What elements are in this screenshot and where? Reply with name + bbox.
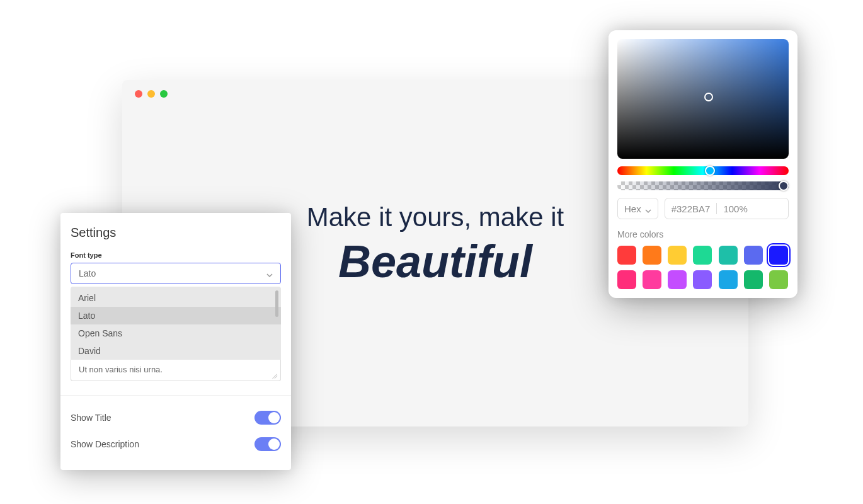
- swatch-red[interactable]: [617, 246, 636, 265]
- show-title-label: Show Title: [71, 413, 111, 423]
- font-type-label: Font type: [71, 251, 281, 259]
- alpha-handle-icon[interactable]: [779, 181, 789, 191]
- minimize-window-icon[interactable]: [147, 90, 155, 98]
- saturation-value-picker[interactable]: [617, 39, 789, 159]
- swatch-blue[interactable]: [769, 246, 788, 265]
- font-select[interactable]: Lato: [71, 263, 281, 284]
- settings-title: Settings: [71, 226, 281, 240]
- swatch-magenta[interactable]: [643, 270, 661, 289]
- font-dropdown-list: Ariel Lato Open Sans David Ut non varius…: [71, 287, 281, 381]
- swatch-teal[interactable]: [719, 246, 738, 265]
- alpha-value: 100%: [723, 203, 747, 214]
- close-window-icon[interactable]: [135, 90, 142, 98]
- hue-slider[interactable]: [617, 166, 789, 175]
- color-picker-panel: Hex #322BA7 100% More colors: [609, 30, 797, 298]
- hero-emphasis: Beautiful: [338, 236, 532, 287]
- settings-panel: Settings Font type Lato Ariel Lato Open …: [60, 213, 291, 470]
- swatch-orange[interactable]: [643, 246, 661, 265]
- text-input-value: Ut non varius nisi urna.: [79, 365, 163, 374]
- hex-input[interactable]: #322BA7 100%: [665, 198, 789, 219]
- font-option-open-sans[interactable]: Open Sans: [71, 324, 281, 342]
- swatch-pink[interactable]: [617, 270, 636, 289]
- show-description-label: Show Description: [71, 439, 139, 449]
- text-input[interactable]: Ut non varius nisi urna.: [71, 360, 281, 381]
- hue-handle-icon[interactable]: [705, 166, 715, 176]
- swatch-lime[interactable]: [769, 270, 788, 289]
- swatch-indigo[interactable]: [744, 246, 763, 265]
- swatch-emerald[interactable]: [744, 270, 763, 289]
- input-divider: [716, 203, 717, 214]
- show-description-toggle[interactable]: [254, 437, 281, 451]
- font-option-david[interactable]: David: [71, 342, 281, 360]
- hero-emphasis-text: Beautiful: [338, 236, 532, 287]
- font-option-ariel[interactable]: Ariel: [71, 289, 281, 307]
- chevron-down-icon: [645, 205, 651, 212]
- divider: [60, 395, 291, 396]
- font-select-value: Lato: [79, 268, 96, 278]
- show-title-toggle[interactable]: [254, 411, 281, 425]
- chevron-down-icon: [266, 270, 273, 277]
- scrollbar[interactable]: [275, 290, 278, 317]
- hex-value: #322BA7: [672, 203, 711, 214]
- color-swatches: [617, 246, 789, 289]
- color-handle-icon[interactable]: [704, 93, 713, 101]
- more-colors-label: More colors: [617, 229, 789, 239]
- font-option-lato[interactable]: Lato: [71, 307, 281, 324]
- color-inputs: Hex #322BA7 100%: [617, 198, 789, 219]
- format-value: Hex: [624, 203, 641, 214]
- toggle-row-show-title: Show Title: [71, 404, 281, 431]
- swatch-yellow[interactable]: [668, 246, 687, 265]
- swatch-violet[interactable]: [693, 270, 712, 289]
- color-format-select[interactable]: Hex: [617, 198, 658, 219]
- maximize-window-icon[interactable]: [160, 90, 168, 98]
- swatch-sky[interactable]: [719, 270, 738, 289]
- swatch-purple[interactable]: [668, 270, 687, 289]
- alpha-slider[interactable]: [617, 181, 789, 190]
- swatch-green[interactable]: [693, 246, 712, 265]
- resize-handle-icon[interactable]: [271, 372, 278, 378]
- toggle-row-show-description: Show Description: [71, 431, 281, 457]
